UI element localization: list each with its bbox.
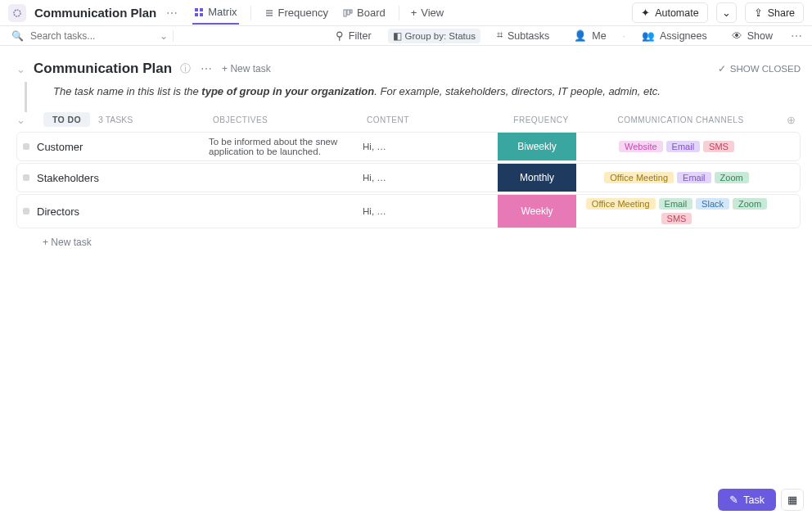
- svg-rect-7: [350, 10, 352, 13]
- column-content[interactable]: CONTENT: [367, 115, 502, 124]
- desc-bold: type of group in your organization: [201, 85, 374, 97]
- top-bar: Communication Plan ⋯ Matrix Frequency Bo…: [0, 0, 812, 26]
- list-view-icon: [264, 8, 274, 18]
- tab-divider: [250, 6, 251, 20]
- info-icon[interactable]: ⓘ: [180, 61, 191, 76]
- column-frequency[interactable]: FREQUENCY: [502, 115, 580, 124]
- share-label: Share: [768, 7, 795, 19]
- automate-label: Automate: [655, 7, 699, 19]
- channel-tag[interactable]: Email: [677, 172, 711, 183]
- automate-dropdown[interactable]: ⌄: [716, 2, 737, 23]
- channel-tag[interactable]: Email: [659, 198, 693, 210]
- subtasks-button[interactable]: ⌗ Subtasks: [489, 26, 557, 45]
- add-column-button[interactable]: ⊕: [781, 114, 801, 126]
- table-row[interactable]: Customer To be informed about the snew a…: [16, 132, 801, 161]
- cell-frequency[interactable]: Weekly: [498, 195, 576, 228]
- people-icon: 👥: [642, 29, 655, 42]
- view-tabs: Matrix Frequency Board + View: [192, 1, 444, 25]
- new-task-top[interactable]: + New task: [222, 63, 271, 74]
- task-name[interactable]: Customer: [35, 133, 209, 160]
- tab-matrix[interactable]: Matrix: [192, 1, 238, 25]
- matrix-icon: [194, 7, 204, 17]
- cell-channels[interactable]: Office MeetingEmailSlackZoomSMS: [576, 195, 777, 228]
- filter-button[interactable]: ⚲ Filter: [327, 26, 380, 45]
- desc-pre: The task name in this list is the: [53, 85, 201, 97]
- filter-toolbar: 🔍 ⌄ ⚲ Filter ◧ Group by: Status ⌗ Subtas…: [0, 26, 812, 46]
- channel-tag[interactable]: Zoom: [733, 198, 767, 210]
- cell-objectives[interactable]: To be informed about the snew applicatio…: [209, 133, 363, 160]
- status-chip[interactable]: TO DO: [43, 112, 90, 127]
- channel-tag[interactable]: Slack: [696, 198, 729, 210]
- show-label: Show: [747, 30, 773, 42]
- cell-content[interactable]: Hi , …: [363, 164, 498, 192]
- filter-icon: ⚲: [336, 29, 344, 42]
- table-row[interactable]: Directors Hi , … Weekly Office MeetingEm…: [16, 194, 801, 228]
- assignees-button[interactable]: 👥 Assignees: [634, 26, 715, 45]
- share-button[interactable]: ⇪ Share: [745, 2, 804, 23]
- show-closed-toggle[interactable]: ✓ SHOW CLOSED: [718, 63, 801, 74]
- subtasks-icon: ⌗: [497, 29, 503, 42]
- cell-objectives[interactable]: [209, 195, 363, 228]
- svg-rect-5: [344, 10, 346, 16]
- tab-label: Board: [357, 7, 386, 19]
- tab-label: Matrix: [208, 6, 237, 18]
- column-headers: ⌄ TO DO 3 TASKS OBJECTIVES CONTENT FREQU…: [0, 112, 812, 132]
- chevron-down-icon[interactable]: ⌄: [160, 30, 168, 42]
- title-menu-icon[interactable]: ⋯: [165, 7, 179, 20]
- share-icon: ⇪: [754, 7, 763, 19]
- task-name[interactable]: Stakeholders: [35, 164, 209, 192]
- cell-objectives[interactable]: [209, 164, 363, 192]
- channel-tag[interactable]: Office Meeting: [604, 172, 674, 183]
- me-label: Me: [592, 30, 606, 42]
- channel-tag[interactable]: Email: [666, 141, 701, 152]
- show-button[interactable]: 👁 Show: [724, 27, 781, 45]
- automate-button[interactable]: ✦ Automate: [632, 2, 708, 23]
- drag-handle[interactable]: [17, 195, 35, 228]
- drag-handle[interactable]: [17, 133, 35, 160]
- assignees-label: Assignees: [660, 30, 707, 42]
- search-wrap: 🔍 ⌄: [11, 30, 174, 42]
- channel-tag[interactable]: SMS: [703, 141, 734, 152]
- cell-channels[interactable]: WebsiteEmailSMS: [576, 133, 777, 160]
- cell-content[interactable]: Hi , …: [363, 195, 498, 228]
- svg-rect-3: [195, 13, 198, 16]
- channel-tag[interactable]: Website: [619, 141, 663, 152]
- new-task-row[interactable]: + New task: [0, 230, 812, 255]
- search-input[interactable]: [30, 30, 153, 42]
- drag-handle[interactable]: [17, 164, 35, 192]
- channel-tag[interactable]: Zoom: [715, 172, 749, 183]
- group-by-pill[interactable]: ◧ Group by: Status: [388, 29, 480, 43]
- dot-separator: ·: [623, 30, 625, 42]
- cell-content[interactable]: Hi , …: [363, 133, 498, 160]
- tab-frequency[interactable]: Frequency: [263, 2, 330, 24]
- cell-channels[interactable]: Office MeetingEmailZoom: [576, 164, 777, 192]
- desc-post: . For example, stakeholders, directors, …: [374, 85, 661, 97]
- toolbar-more-icon[interactable]: ⋯: [789, 29, 804, 43]
- task-name[interactable]: Directors: [35, 195, 209, 228]
- search-icon: 🔍: [11, 30, 24, 42]
- list-description: The task name in this list is the type o…: [25, 82, 812, 112]
- cell-frequency[interactable]: Biweekly: [498, 133, 576, 160]
- column-objectives[interactable]: OBJECTIVES: [213, 115, 367, 124]
- add-view-button[interactable]: + View: [411, 7, 444, 19]
- channel-tag[interactable]: SMS: [661, 213, 692, 224]
- me-button[interactable]: 👤 Me: [566, 26, 614, 45]
- cell-frequency[interactable]: Monthly: [498, 164, 576, 192]
- list-title: Communication Plan: [34, 61, 172, 77]
- chevron-down-icon: ⌄: [722, 7, 731, 19]
- channel-tag[interactable]: Office Meeting: [586, 198, 656, 210]
- list-more-icon[interactable]: ⋯: [199, 62, 214, 75]
- task-count: 3 TASKS: [98, 115, 133, 124]
- column-channels[interactable]: COMMUNICATION CHANNELS: [580, 115, 781, 124]
- group-chevron-icon[interactable]: ⌄: [16, 114, 25, 126]
- person-icon: 👤: [574, 29, 587, 42]
- collapse-chevron-icon[interactable]: ⌄: [16, 63, 25, 75]
- tab-board[interactable]: Board: [341, 2, 387, 24]
- show-closed-label: SHOW CLOSED: [730, 64, 801, 74]
- svg-point-0: [14, 10, 20, 16]
- table-row[interactable]: Stakeholders Hi , … Monthly Office Meeti…: [16, 163, 801, 192]
- list-icon[interactable]: [8, 4, 26, 22]
- board-icon: [343, 8, 353, 18]
- subtasks-label: Subtasks: [508, 30, 549, 42]
- sparkle-icon: ✦: [641, 7, 650, 19]
